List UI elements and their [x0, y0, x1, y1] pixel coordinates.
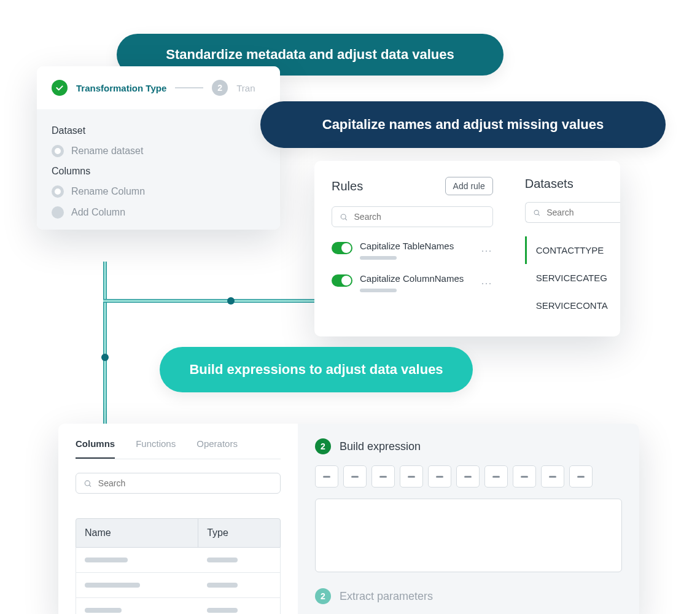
skeleton-icon	[85, 608, 122, 613]
tab-operators[interactable]: Operators	[196, 438, 238, 459]
step-number-badge: 2	[315, 588, 331, 604]
rules-datasets-card: Rules Add rule Capitalize TableNames ⋯ C…	[314, 161, 620, 336]
option-rename-column[interactable]: Rename Column	[52, 185, 265, 198]
svg-point-4	[85, 480, 90, 485]
dataset-section-label: Dataset	[52, 125, 265, 136]
type-header: Type	[198, 519, 280, 547]
step-label: Extract parameters	[340, 590, 433, 603]
option-label: Rename Column	[71, 186, 145, 197]
search-icon	[340, 212, 348, 222]
search-icon	[84, 479, 92, 488]
dataset-item[interactable]: CONTACTTYPE	[525, 236, 620, 264]
columns-search[interactable]	[76, 473, 281, 494]
search-icon	[533, 208, 540, 217]
step-divider	[175, 87, 203, 88]
columns-search-input[interactable]	[98, 478, 273, 488]
expression-token[interactable]	[371, 465, 395, 488]
expression-token[interactable]	[456, 465, 480, 488]
rule-skeleton-icon	[360, 256, 397, 260]
expression-token[interactable]	[400, 465, 423, 488]
add-rule-button[interactable]: Add rule	[445, 177, 493, 195]
transformation-card: Transformation Type 2 Tran Dataset Renam…	[37, 66, 280, 230]
svg-line-1	[345, 218, 347, 220]
option-add-column[interactable]: Add Column	[52, 206, 265, 219]
connector-horizontal	[103, 299, 324, 303]
extract-parameters-step: 2 Extract parameters	[315, 588, 622, 604]
connector-vertical	[103, 262, 107, 427]
option-label: Rename dataset	[71, 146, 143, 157]
step-2-number: 2	[212, 80, 228, 96]
option-label: Add Column	[71, 207, 125, 218]
datasets-search[interactable]	[525, 202, 620, 223]
step-label: Build expression	[340, 440, 421, 453]
headline-pill-2: Capitalize names and adjust missing valu…	[260, 101, 666, 148]
rule-skeleton-icon	[360, 289, 397, 292]
expression-token[interactable]	[343, 465, 367, 488]
dataset-item[interactable]: SERVICECATEG	[525, 264, 620, 292]
columns-section-label: Columns	[52, 166, 265, 177]
option-rename-dataset[interactable]: Rename dataset	[52, 145, 265, 157]
headline-pill-2-text: Capitalize names and adjust missing valu…	[322, 117, 604, 133]
rule-item: Capitalize TableNames ⋯	[332, 241, 493, 260]
rule-item: Capitalize ColumnNames ⋯	[332, 273, 493, 292]
tab-columns[interactable]: Columns	[76, 438, 115, 459]
step-number-badge: 2	[315, 438, 331, 454]
expression-columns-panel: Columns Functions Operators Name Type	[58, 424, 298, 614]
skeleton-icon	[207, 558, 238, 562]
build-expression-step: 2 Build expression	[315, 438, 622, 454]
rules-search[interactable]	[332, 206, 493, 227]
tab-functions[interactable]: Functions	[136, 438, 176, 459]
columns-table-header: Name Type	[76, 518, 281, 548]
wizard-steps: Transformation Type 2 Tran	[37, 66, 280, 109]
expression-token[interactable]	[513, 465, 536, 488]
rules-panel: Rules Add rule Capitalize TableNames ⋯ C…	[314, 161, 510, 336]
expression-tabs: Columns Functions Operators	[76, 438, 281, 459]
skeleton-icon	[207, 608, 238, 613]
radio-icon	[52, 185, 64, 198]
headline-pill-3: Build expressions to adjust data values	[160, 347, 473, 392]
expression-token-row	[315, 465, 622, 488]
datasets-search-input[interactable]	[546, 208, 613, 217]
name-header: Name	[76, 519, 198, 547]
skeleton-icon	[85, 558, 128, 562]
expression-build-panel: 2 Build expression 2 Extract parameters	[298, 424, 639, 614]
headline-pill-3-text: Build expressions to adjust data values	[189, 362, 443, 378]
svg-point-0	[341, 214, 346, 219]
skeleton-icon	[207, 583, 238, 588]
rule-toggle[interactable]	[332, 274, 352, 287]
connector-node	[227, 297, 235, 305]
transformation-options: Dataset Rename dataset Columns Rename Co…	[37, 109, 280, 230]
check-icon	[52, 80, 68, 96]
datasets-panel: Datasets CONTACTTYPE SERVICECATEG SERVIC…	[510, 161, 620, 336]
expression-token[interactable]	[428, 465, 451, 488]
expression-token[interactable]	[541, 465, 564, 488]
dataset-item[interactable]: SERVICECONTA	[525, 292, 620, 319]
rule-name: Capitalize ColumnNames	[360, 273, 473, 284]
expression-token[interactable]	[569, 465, 593, 488]
table-row[interactable]	[76, 548, 281, 573]
svg-point-2	[534, 210, 539, 214]
svg-line-5	[89, 484, 91, 486]
table-row[interactable]	[76, 573, 281, 598]
more-icon[interactable]: ⋯	[481, 276, 493, 290]
svg-line-3	[538, 214, 540, 216]
expression-textarea[interactable]	[315, 499, 622, 572]
connector-node-2	[101, 354, 109, 361]
expression-builder-card: Columns Functions Operators Name Type 2	[58, 424, 639, 614]
headline-pill-1-text: Standardize metadata and adjust data val…	[166, 47, 454, 63]
table-row[interactable]	[76, 598, 281, 614]
datasets-title: Datasets	[525, 177, 620, 191]
rule-toggle[interactable]	[332, 242, 352, 254]
radio-icon	[52, 145, 64, 157]
expression-token[interactable]	[315, 465, 338, 488]
rules-title: Rules	[332, 179, 363, 193]
rules-search-input[interactable]	[354, 212, 485, 222]
skeleton-icon	[85, 583, 140, 588]
more-icon[interactable]: ⋯	[481, 244, 493, 257]
expression-token[interactable]	[484, 465, 508, 488]
step-1-label: Transformation Type	[76, 83, 166, 93]
rule-name: Capitalize TableNames	[360, 241, 473, 251]
radio-icon	[52, 206, 64, 219]
step-2-label: Tran	[236, 83, 255, 93]
